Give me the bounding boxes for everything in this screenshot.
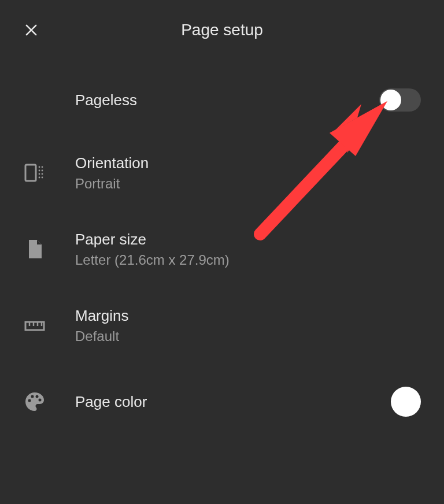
page-color-row[interactable]: Page color xyxy=(23,381,421,422)
paper-size-row[interactable]: Paper size Letter (21.6cm x 27.9cm) xyxy=(23,229,421,269)
svg-point-19 xyxy=(39,399,42,402)
page-color-label: Page color xyxy=(75,393,375,411)
close-icon xyxy=(23,22,39,38)
pageless-toggle[interactable] xyxy=(379,88,421,112)
header: Page setup xyxy=(0,0,444,51)
page-color-text: Page color xyxy=(75,393,375,411)
pageless-label: Pageless xyxy=(75,91,375,109)
svg-point-4 xyxy=(42,166,43,168)
svg-point-3 xyxy=(39,166,40,168)
orientation-text: Orientation Portrait xyxy=(75,154,375,192)
svg-point-5 xyxy=(39,170,40,172)
paper-size-icon-slot xyxy=(23,238,75,261)
page-color-icon-slot xyxy=(23,390,75,413)
svg-point-8 xyxy=(42,173,43,175)
svg-point-18 xyxy=(36,395,39,398)
margins-icon-slot xyxy=(23,314,75,337)
margins-row[interactable]: Margins Default xyxy=(23,305,421,346)
ruler-icon xyxy=(23,314,46,337)
close-button[interactable] xyxy=(23,22,39,38)
orientation-row[interactable]: Orientation Portrait xyxy=(23,153,421,193)
margins-label: Margins xyxy=(75,307,375,325)
paper-size-text: Paper size Letter (21.6cm x 27.9cm) xyxy=(75,231,375,268)
page-title: Page setup xyxy=(23,21,421,39)
page-color-swatch[interactable] xyxy=(391,387,421,417)
page-color-trail xyxy=(375,387,421,417)
svg-point-7 xyxy=(39,173,40,175)
file-icon xyxy=(23,238,46,261)
orientation-icon-slot xyxy=(23,161,75,184)
margins-value: Default xyxy=(75,328,375,344)
svg-point-10 xyxy=(42,177,43,179)
pageless-row[interactable]: Pageless xyxy=(23,80,421,120)
pageless-text: Pageless xyxy=(75,91,375,109)
paper-size-value: Letter (21.6cm x 27.9cm) xyxy=(75,252,375,268)
margins-text: Margins Default xyxy=(75,307,375,344)
svg-rect-2 xyxy=(25,165,36,181)
orientation-value: Portrait xyxy=(75,176,375,192)
orientation-label: Orientation xyxy=(75,154,375,172)
palette-icon xyxy=(23,390,46,413)
svg-point-9 xyxy=(39,177,40,179)
pageless-toggle-knob xyxy=(380,90,401,110)
svg-point-6 xyxy=(42,170,43,172)
svg-point-17 xyxy=(31,395,34,398)
svg-point-16 xyxy=(28,399,31,402)
paper-size-label: Paper size xyxy=(75,231,375,249)
pageless-trail xyxy=(375,88,421,112)
settings-content: Pageless Orientation Portrait xyxy=(0,51,444,422)
orientation-icon xyxy=(23,161,46,184)
